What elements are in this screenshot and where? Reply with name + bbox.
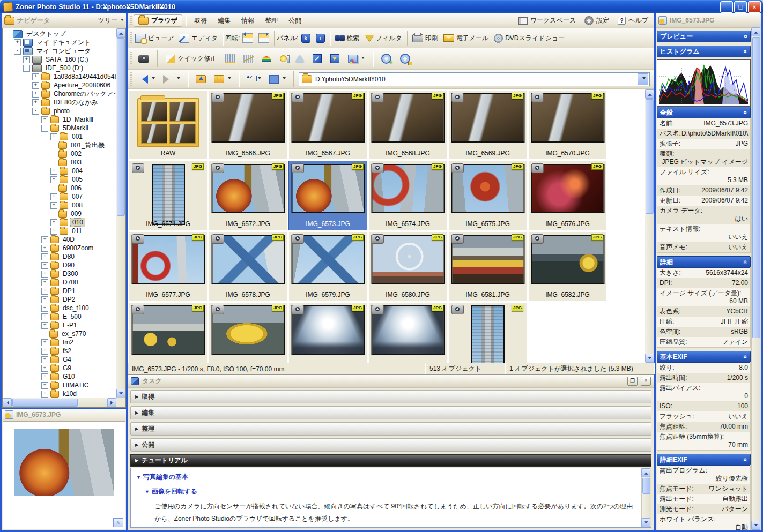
tree-expander[interactable]: - [32,108,39,115]
tree-item-002[interactable]: 002 [3,149,116,158]
tree-item-006[interactable]: 006 [3,184,116,192]
menu-item-edit[interactable]: 編集 [213,14,235,27]
tree-item-fs2[interactable]: +fs2 [3,347,116,355]
tree-expander[interactable]: + [41,382,48,389]
section-header-詳細EXIF[interactable]: 詳細EXIF« [657,454,751,466]
tree-expander[interactable]: + [41,356,48,363]
help-button[interactable]: ? ヘルプ [615,15,651,26]
scroll-right-arrow[interactable] [107,398,116,407]
thumbnail-cell[interactable]: JPGIMG_6566.JPG [209,91,287,159]
scroll-down-arrow[interactable] [645,354,654,363]
section-header-全般[interactable]: 全般« [657,107,751,118]
tree-item-G4[interactable]: +G4 [3,355,116,364]
tree-expander[interactable]: - [41,125,48,132]
menu-item-acquire[interactable]: 取得 [189,14,212,27]
quick-fix-button[interactable]: クイック修正 [163,53,219,64]
tree-item-Choromeのバックアップ_200[interactable]: +Choromeのバックアップ_200 [3,89,116,98]
view-mode-button[interactable] [266,74,288,85]
tree-item-6900Zoom[interactable]: +6900Zoom [3,244,116,252]
tree-item-photo[interactable]: -photo [3,107,116,115]
scroll-up-arrow[interactable] [645,89,654,99]
tree-mode-dropdown[interactable]: ツリー [98,16,124,25]
tree-item-003[interactable]: 003 [3,158,116,167]
tree-expander[interactable]: + [50,193,57,200]
color-adjust-button[interactable] [259,55,274,63]
email-button[interactable]: 電子メール [441,33,492,44]
tree-item-IDE_500 (D:)[interactable]: -IDE_500 (D:) [3,64,116,72]
tree-expander[interactable]: + [41,391,48,398]
camera-acquire-button[interactable] [136,54,152,64]
thumbnail-cell[interactable]: JPGIMG_6576.JPG [529,161,606,230]
tree-expander[interactable]: + [41,288,48,295]
address-dropdown-button[interactable] [638,73,648,85]
tree-item-E-P1[interactable]: +E-P1 [3,321,116,329]
toolbar-grip[interactable] [130,16,132,26]
undock-panel-button[interactable]: ❐ [627,377,638,386]
scroll-up-arrow[interactable] [751,27,760,36]
resize-button[interactable] [310,53,324,64]
tutorial-section-bar[interactable]: ▶ チュートリアル [130,454,651,467]
viewer-button[interactable]: ビューア [132,33,177,44]
tree-item-D80[interactable]: +D80 [3,252,116,261]
task-section-公開[interactable]: ▶公開 [130,438,651,452]
tree-item-G10[interactable]: +G10 [3,372,116,381]
tree-expander[interactable]: + [32,99,39,106]
tree-expander[interactable]: + [50,228,57,235]
thumbnail-cell[interactable]: JPGIMG_6580.JPG [369,232,447,301]
thumbnail-cell[interactable]: JPGIMG_6582.JPG [529,232,606,301]
tree-item-DP1[interactable]: +DP1 [3,287,116,295]
section-header-詳細[interactable]: 詳細« [657,256,751,268]
task-section-整理[interactable]: ▶整理 [130,422,651,436]
menu-item-organize[interactable]: 整理 [260,14,283,27]
address-input[interactable]: D:¥photo¥5DMarkII¥010 [299,72,650,86]
tree-item-1D_MarkⅢ[interactable]: +1D_MarkⅢ [3,115,116,124]
tree-expander[interactable]: + [50,133,57,140]
tree-expander[interactable]: + [41,296,48,303]
tree-expander[interactable]: + [41,262,48,269]
thumbnail-cell[interactable]: JPGIMG_6581.JPG [449,232,527,301]
sort-button[interactable]: AZ [244,74,264,84]
tree-expander[interactable]: + [32,82,39,89]
scrollbar-thumb[interactable] [642,478,650,494]
tree-expander[interactable]: + [41,365,48,372]
tree-item-005[interactable]: +005 [3,175,116,184]
tree-expander[interactable]: - [14,48,21,55]
scrollbar-thumb[interactable] [752,37,760,338]
scrollbar-thumb[interactable] [117,38,125,216]
thumbnail-cell[interactable]: JPGIMG_6569.JPG [449,91,527,159]
tree-item-Aperture_20080606[interactable]: +Aperture_20080606 [3,81,116,89]
raw-folder-cell[interactable]: RAW [129,91,207,159]
scrollbar-thumb[interactable] [646,99,654,214]
back-button[interactable] [135,74,158,85]
menu-item-info[interactable]: 情報 [236,14,259,27]
thumbnail-cell[interactable]: JPGIMG_6574.JPG [369,161,447,230]
tree-expander[interactable]: + [41,245,48,252]
tree-expander[interactable]: + [41,339,48,346]
tree-expander[interactable]: + [50,176,57,183]
tree-item-004[interactable]: +004 [3,167,116,175]
tree-item-G9[interactable]: +G9 [3,364,116,372]
tree-item-007[interactable]: +007 [3,192,116,201]
tree-item-マイ ドキュメント[interactable]: +マイ ドキュメント [3,38,116,47]
tree-expander[interactable]: + [41,116,48,123]
collapse-preview-button[interactable]: « [113,518,123,527]
tutorial-scrollbar[interactable] [641,468,651,527]
scroll-down-arrow[interactable] [116,389,125,398]
filter-button[interactable]: フィルタ [362,33,405,44]
settings-button[interactable]: 設定 [582,15,612,26]
thumbnail-cell[interactable]: JPGIMG_6573.JPG [288,161,367,230]
grid-vertical-scrollbar[interactable] [645,89,654,363]
toolbar-grip[interactable] [130,72,132,86]
tree-item-008[interactable]: +008 [3,201,116,209]
thumbnail-cell[interactable]: JPG [209,303,287,363]
tree-expander[interactable]: + [23,56,30,63]
tree-item-001_貸出機[interactable]: 001_貸出機 [3,141,116,149]
print-button[interactable]: 印刷 [410,33,441,44]
tree-item-fm2[interactable]: +fm2 [3,338,116,347]
rotate-left-button[interactable] [240,32,256,44]
tree-expander[interactable]: + [41,271,48,278]
tree-item-DP2[interactable]: +DP2 [3,295,116,304]
tree-item-k10d[interactable]: +k10d [3,389,116,398]
gps-assign-button[interactable] [379,53,394,65]
task-section-編集[interactable]: ▶編集 [130,406,651,419]
